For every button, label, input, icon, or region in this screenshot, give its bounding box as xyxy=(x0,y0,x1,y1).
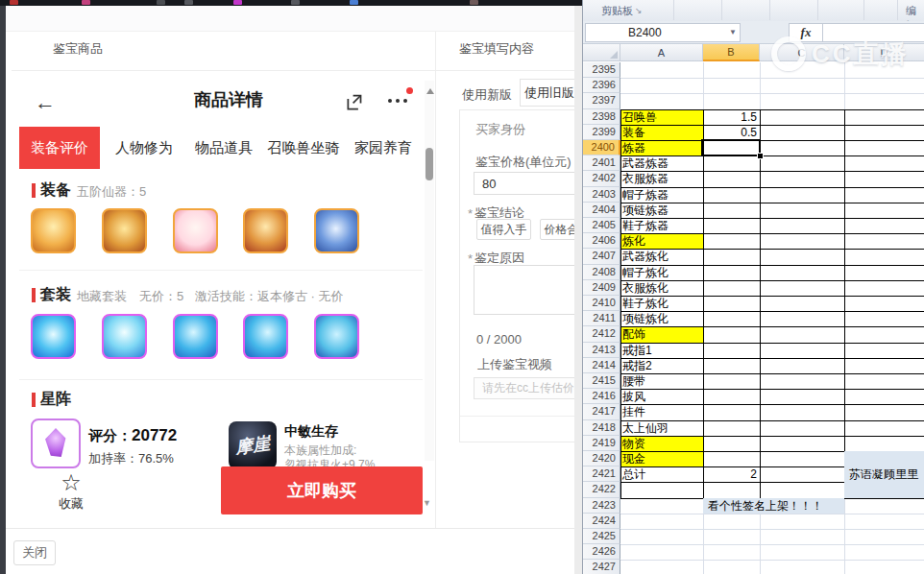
icon-gold-helm[interactable] xyxy=(31,208,76,253)
cell-A2404[interactable]: 项链炼器 xyxy=(620,203,703,218)
row-header-2404[interactable]: 2404 xyxy=(583,203,620,218)
fill-handle[interactable] xyxy=(757,153,764,159)
fx-button[interactable]: fx xyxy=(789,23,823,42)
option-值得入手[interactable]: 值得入手 xyxy=(476,219,531,240)
icon-blue-orb[interactable] xyxy=(173,314,218,359)
cell-A2405[interactable]: 鞋子炼器 xyxy=(620,218,703,233)
column-header-B[interactable]: B xyxy=(703,44,760,61)
tab-new-version[interactable]: 使用新版 xyxy=(462,86,512,104)
cell-A2402[interactable]: 衣服炼器 xyxy=(620,171,703,186)
video-input[interactable]: 请先在cc上传估价视频 xyxy=(474,377,589,399)
cell-A2417[interactable]: 挂件 xyxy=(620,404,703,419)
tab-old-version[interactable]: 使用旧版 xyxy=(520,79,579,107)
note-cell-B2423[interactable]: 看个性签名上架！！！ xyxy=(703,498,844,514)
column-header-C[interactable]: C xyxy=(760,44,844,61)
icon-blue-armor[interactable] xyxy=(31,314,76,359)
row-header-2409[interactable]: 2409 xyxy=(583,280,620,296)
row-header-2417[interactable]: 2417 xyxy=(583,404,620,419)
scrollbar-up-icon[interactable] xyxy=(426,88,434,94)
row-header-2416[interactable]: 2416 xyxy=(583,389,620,404)
name-box[interactable] xyxy=(585,23,741,42)
row-header-2424[interactable]: 2424 xyxy=(583,514,620,529)
row-header-2400[interactable]: 2400 xyxy=(583,140,620,155)
row-header-2405[interactable]: 2405 xyxy=(583,218,620,233)
tab-物品道具[interactable]: 物品道具 xyxy=(188,127,259,169)
cell-B2399[interactable]: 0.5 xyxy=(703,125,760,140)
icon-blue-creature[interactable] xyxy=(102,314,147,359)
icon-gold-plate[interactable] xyxy=(243,208,288,253)
row-header-2395[interactable]: 2395 xyxy=(583,62,620,78)
row-header-2396[interactable]: 2396 xyxy=(583,78,620,93)
tab-装备评价[interactable]: 装备评价 xyxy=(19,127,100,169)
cell-A2407[interactable]: 武器炼化 xyxy=(620,249,703,264)
icon-gold-armor[interactable] xyxy=(102,208,147,253)
row-header-2411[interactable]: 2411 xyxy=(583,311,620,326)
close-button[interactable]: 关闭 xyxy=(13,540,56,565)
cell-A2414[interactable]: 戒指2 xyxy=(620,358,703,373)
row-header-2402[interactable]: 2402 xyxy=(583,171,620,186)
cell-A2400[interactable]: 炼器 xyxy=(620,140,703,155)
row-header-2397[interactable]: 2397 xyxy=(583,93,620,108)
cell-A2411[interactable]: 项链炼化 xyxy=(620,311,703,326)
row-header-2418[interactable]: 2418 xyxy=(583,420,620,436)
cell-B2398[interactable]: 1.5 xyxy=(703,109,760,125)
cell-A2408[interactable]: 帽子炼化 xyxy=(620,265,703,280)
more-icon[interactable] xyxy=(388,99,407,103)
cell-A2416[interactable]: 披风 xyxy=(620,389,703,404)
icon-blue-weapon[interactable] xyxy=(314,208,359,253)
row-header-2426[interactable]: 2426 xyxy=(583,544,620,560)
row-header-2427[interactable]: 2427 xyxy=(583,560,620,574)
row-header-2425[interactable]: 2425 xyxy=(583,529,620,544)
tab-人物修为[interactable]: 人物修为 xyxy=(109,127,180,169)
chevron-down-icon[interactable]: ▼ xyxy=(423,498,431,508)
row-header-2410[interactable]: 2410 xyxy=(583,296,620,311)
favorite-button[interactable]: ☆ 收藏 xyxy=(54,470,88,513)
column-header-D[interactable]: D xyxy=(844,44,924,61)
icon-pink-necklace[interactable] xyxy=(173,208,218,253)
row-header-2421[interactable]: 2421 xyxy=(583,466,620,482)
tab-召唤兽坐骑[interactable]: 召唤兽坐骑 xyxy=(266,127,341,169)
row-header-2420[interactable]: 2420 xyxy=(583,451,620,466)
cell-A2420[interactable]: 现金 xyxy=(620,451,703,466)
row-header-2398[interactable]: 2398 xyxy=(583,109,620,125)
row-header-2423[interactable]: 2423 xyxy=(583,498,620,514)
row-header-2406[interactable]: 2406 xyxy=(583,233,620,249)
formula-bar[interactable] xyxy=(823,23,924,42)
cell-A2406[interactable]: 炼化 xyxy=(620,233,703,249)
cell-A2398[interactable]: 召唤兽 xyxy=(620,109,703,125)
reason-textarea[interactable] xyxy=(474,265,589,315)
price-input[interactable]: 80 xyxy=(474,172,589,195)
select-all-corner[interactable] xyxy=(583,44,620,61)
scrollbar-track[interactable] xyxy=(425,81,434,461)
cell-A2403[interactable]: 帽子炼器 xyxy=(620,187,703,203)
buy-now-button[interactable]: 立即购买 xyxy=(221,466,423,514)
row-header-2403[interactable]: 2403 xyxy=(583,187,620,203)
dialog-launcher-icon[interactable]: ↘ xyxy=(635,6,643,15)
row-header-2414[interactable]: 2414 xyxy=(583,358,620,373)
cell-A2410[interactable]: 鞋子炼化 xyxy=(620,296,703,311)
row-header-2413[interactable]: 2413 xyxy=(583,343,620,358)
row-header-2419[interactable]: 2419 xyxy=(583,436,620,451)
name-box-dropdown-icon[interactable]: ▼ xyxy=(729,28,737,36)
cell-A2419[interactable]: 物资 xyxy=(620,436,703,451)
note-cell-D2420[interactable]: 苏语凝顾里里 xyxy=(844,451,924,498)
share-icon[interactable] xyxy=(344,92,364,112)
row-header-2412[interactable]: 2412 xyxy=(583,326,620,342)
cell-A2415[interactable]: 腰带 xyxy=(620,373,703,389)
selected-cell-B2400[interactable] xyxy=(701,139,761,156)
cell-A2421[interactable]: 总计 xyxy=(620,466,703,482)
cell-A2399[interactable]: 装备 xyxy=(620,125,703,140)
scrollbar-thumb[interactable] xyxy=(426,148,433,180)
row-header-2415[interactable]: 2415 xyxy=(583,373,620,389)
cell-A2418[interactable]: 太上仙羽 xyxy=(620,420,703,436)
cell-A2412[interactable]: 配饰 xyxy=(620,326,703,342)
row-header-2401[interactable]: 2401 xyxy=(583,155,620,171)
row-header-2422[interactable]: 2422 xyxy=(583,482,620,497)
row-header-2408[interactable]: 2408 xyxy=(583,265,620,280)
cell-A2401[interactable]: 武器炼器 xyxy=(620,155,703,171)
cell-A2409[interactable]: 衣服炼化 xyxy=(620,280,703,296)
tab-家园养育[interactable]: 家园养育 xyxy=(348,127,419,169)
row-header-2399[interactable]: 2399 xyxy=(583,125,620,140)
cell-B2421[interactable]: 2 xyxy=(703,466,760,482)
icon-blue-totem[interactable] xyxy=(314,314,359,359)
